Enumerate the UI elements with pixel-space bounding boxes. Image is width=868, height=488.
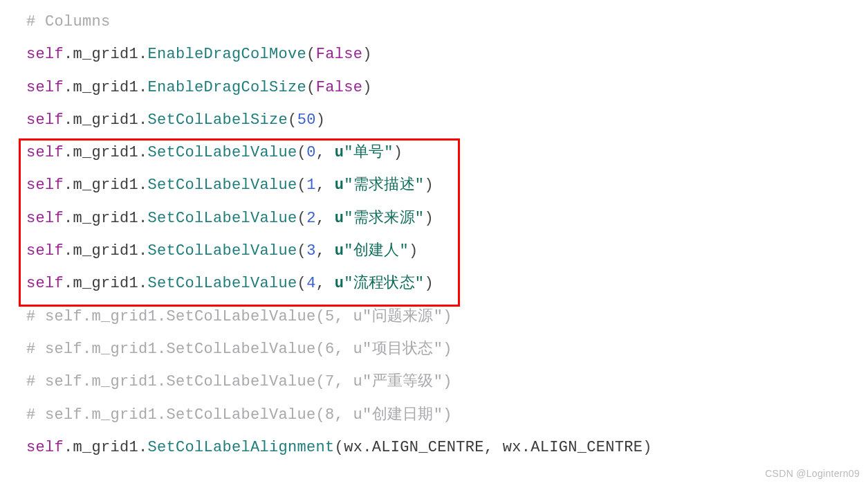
comma: , bbox=[316, 242, 335, 260]
self-keyword: self bbox=[26, 79, 64, 96]
string-arg: "流程状态" bbox=[344, 275, 424, 292]
dot: . bbox=[138, 275, 148, 292]
u-prefix: u bbox=[335, 177, 344, 194]
self-keyword: self bbox=[26, 111, 64, 129]
index-arg: 0 bbox=[306, 144, 316, 161]
index-arg: 2 bbox=[306, 210, 316, 227]
paren: ) bbox=[424, 177, 434, 194]
wx-module: wx bbox=[503, 439, 521, 456]
dot: . bbox=[64, 210, 73, 227]
self-keyword: self bbox=[26, 144, 64, 161]
index-arg: 4 bbox=[306, 275, 316, 292]
comment-text: # self.m_grid1.SetColLabelValue(5, u"问题来… bbox=[26, 308, 452, 325]
method-name: SetColLabelValue bbox=[148, 210, 297, 227]
paren: ) bbox=[362, 46, 372, 63]
wx-attr: ALIGN_CENTRE bbox=[372, 439, 484, 456]
dot: . bbox=[138, 210, 148, 227]
self-keyword: self bbox=[26, 177, 64, 194]
code-line: self.m_grid1.SetColLabelAlignment(wx.ALI… bbox=[26, 431, 868, 464]
self-keyword: self bbox=[26, 242, 64, 260]
method-name: SetColLabelValue bbox=[148, 177, 297, 194]
method-name: SetColLabelValue bbox=[148, 275, 297, 292]
self-keyword: self bbox=[26, 275, 64, 292]
dot: . bbox=[362, 439, 372, 456]
member: m_grid1 bbox=[73, 144, 139, 161]
code-line: self.m_grid1.EnableDragColMove(False) bbox=[26, 38, 868, 71]
u-prefix: u bbox=[335, 242, 344, 260]
paren: ) bbox=[394, 144, 403, 161]
paren: ( bbox=[297, 242, 307, 260]
dot: . bbox=[138, 46, 148, 63]
comma: , bbox=[316, 210, 335, 227]
code-line: self.m_grid1.SetColLabelValue(0, u"单号") bbox=[26, 136, 868, 169]
dot: . bbox=[64, 144, 73, 161]
dot: . bbox=[138, 144, 148, 161]
string-arg: "单号" bbox=[344, 144, 394, 161]
member: m_grid1 bbox=[73, 177, 139, 194]
paren: ) bbox=[316, 111, 326, 129]
dot: . bbox=[138, 177, 148, 194]
dot: . bbox=[64, 177, 73, 194]
code-line: self.m_grid1.SetColLabelValue(3, u"创建人") bbox=[26, 235, 868, 267]
u-prefix: u bbox=[335, 210, 344, 227]
comment-text: # self.m_grid1.SetColLabelValue(7, u"严重等… bbox=[26, 373, 452, 390]
member: m_grid1 bbox=[73, 275, 139, 292]
paren: ( bbox=[288, 111, 297, 129]
paren: ) bbox=[362, 79, 372, 96]
code-line: # self.m_grid1.SetColLabelValue(8, u"创建日… bbox=[26, 399, 868, 431]
index-arg: 1 bbox=[306, 177, 316, 194]
paren: ( bbox=[297, 210, 307, 227]
bool-arg: False bbox=[316, 79, 363, 96]
member: m_grid1 bbox=[73, 79, 139, 96]
comma: , bbox=[316, 275, 335, 292]
dot: . bbox=[138, 439, 148, 456]
paren: ( bbox=[306, 46, 316, 63]
u-prefix: u bbox=[335, 144, 344, 161]
dot: . bbox=[64, 439, 73, 456]
member: m_grid1 bbox=[73, 210, 139, 227]
comment-text: # Columns bbox=[26, 13, 111, 30]
dot: . bbox=[138, 242, 148, 260]
string-arg: "需求来源" bbox=[344, 210, 424, 227]
wx-module: wx bbox=[344, 439, 362, 456]
code-line: self.m_grid1.SetColLabelValue(4, u"流程状态"… bbox=[26, 267, 868, 300]
method-name: SetColLabelValue bbox=[148, 144, 297, 161]
code-line: self.m_grid1.SetColLabelValue(1, u"需求描述"… bbox=[26, 169, 868, 201]
code-line: # Columns bbox=[26, 6, 868, 38]
paren: ( bbox=[297, 177, 307, 194]
self-keyword: self bbox=[26, 210, 64, 227]
code-line: self.m_grid1.SetColLabelSize(50) bbox=[26, 104, 868, 136]
dot: . bbox=[138, 79, 148, 96]
index-arg: 3 bbox=[306, 242, 316, 260]
paren: ( bbox=[335, 439, 344, 456]
self-keyword: self bbox=[26, 439, 64, 456]
code-line: self.m_grid1.EnableDragColSize(False) bbox=[26, 71, 868, 104]
method-name: EnableDragColMove bbox=[148, 46, 307, 63]
paren: ) bbox=[424, 275, 434, 292]
code-line: # self.m_grid1.SetColLabelValue(5, u"问题来… bbox=[26, 300, 868, 333]
member: m_grid1 bbox=[73, 242, 139, 260]
dot: . bbox=[64, 111, 73, 129]
method-name: SetColLabelSize bbox=[148, 111, 288, 129]
comma: , bbox=[316, 144, 335, 161]
dot: . bbox=[64, 275, 73, 292]
paren: ( bbox=[297, 144, 307, 161]
watermark-text: CSDN @Logintern09 bbox=[765, 463, 860, 484]
wx-attr: ALIGN_CENTRE bbox=[530, 439, 643, 456]
method-name: EnableDragColSize bbox=[148, 79, 307, 96]
dot: . bbox=[64, 242, 73, 260]
self-keyword: self bbox=[26, 46, 64, 63]
comma: , bbox=[316, 177, 335, 194]
u-prefix: u bbox=[335, 275, 344, 292]
paren: ) bbox=[643, 439, 652, 456]
dot: . bbox=[64, 46, 73, 63]
member: m_grid1 bbox=[73, 46, 139, 63]
paren: ) bbox=[409, 242, 418, 260]
paren: ( bbox=[306, 79, 316, 96]
code-line: # self.m_grid1.SetColLabelValue(7, u"严重等… bbox=[26, 365, 868, 398]
member: m_grid1 bbox=[73, 439, 139, 456]
member: m_grid1 bbox=[73, 111, 139, 129]
bool-arg: False bbox=[316, 46, 363, 63]
dot: . bbox=[138, 111, 148, 129]
paren: ) bbox=[424, 210, 434, 227]
